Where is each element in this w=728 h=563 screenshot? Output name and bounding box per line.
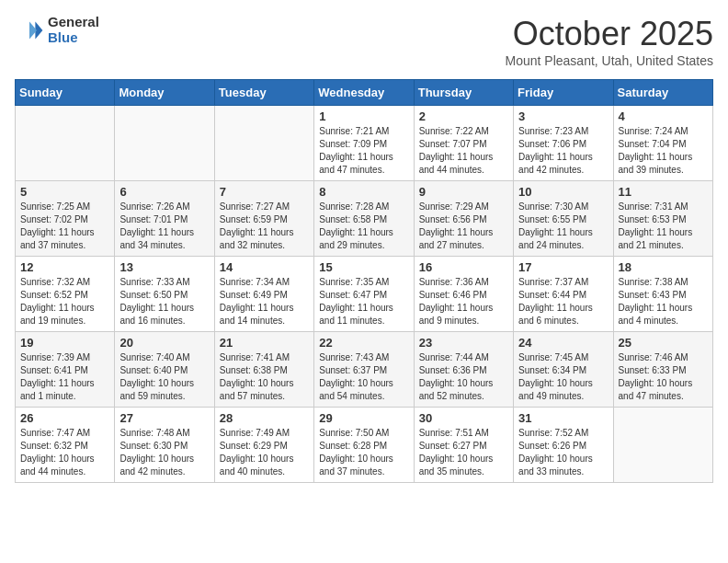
day-info: Sunrise: 7:51 AM Sunset: 6:27 PM Dayligh… xyxy=(419,427,508,478)
day-number: 27 xyxy=(119,411,209,425)
day-number: 15 xyxy=(319,260,408,274)
day-number: 20 xyxy=(119,336,209,350)
day-number: 31 xyxy=(518,411,608,425)
day-info: Sunrise: 7:35 AM Sunset: 6:47 PM Dayligh… xyxy=(319,276,408,327)
day-number: 24 xyxy=(518,336,608,350)
calendar-cell: 6Sunrise: 7:26 AM Sunset: 7:01 PM Daylig… xyxy=(115,181,214,257)
day-number: 10 xyxy=(518,185,608,199)
location: Mount Pleasant, Utah, United States xyxy=(506,53,713,68)
calendar-cell: 29Sunrise: 7:50 AM Sunset: 6:28 PM Dayli… xyxy=(314,408,414,483)
title-block: October 2025 Mount Pleasant, Utah, Unite… xyxy=(506,15,713,68)
day-info: Sunrise: 7:33 AM Sunset: 6:50 PM Dayligh… xyxy=(119,276,209,327)
logo-text: General Blue xyxy=(48,15,99,45)
day-info: Sunrise: 7:47 AM Sunset: 6:32 PM Dayligh… xyxy=(20,427,109,478)
day-info: Sunrise: 7:48 AM Sunset: 6:30 PM Dayligh… xyxy=(119,427,209,478)
day-number: 18 xyxy=(619,260,708,274)
calendar-cell: 31Sunrise: 7:52 AM Sunset: 6:26 PM Dayli… xyxy=(514,408,613,483)
day-number: 9 xyxy=(419,185,508,199)
calendar-week-2: 5Sunrise: 7:25 AM Sunset: 7:02 PM Daylig… xyxy=(16,181,713,257)
day-info: Sunrise: 7:45 AM Sunset: 6:34 PM Dayligh… xyxy=(518,351,608,403)
calendar-week-3: 12Sunrise: 7:32 AM Sunset: 6:52 PM Dayli… xyxy=(16,257,713,332)
calendar-cell: 7Sunrise: 7:27 AM Sunset: 6:59 PM Daylig… xyxy=(214,181,313,257)
day-number: 12 xyxy=(20,260,109,274)
weekday-header-sunday: Sunday xyxy=(16,80,115,106)
calendar-cell: 10Sunrise: 7:30 AM Sunset: 6:55 PM Dayli… xyxy=(514,181,613,257)
weekday-header-thursday: Thursday xyxy=(414,80,513,106)
day-number: 7 xyxy=(220,185,309,199)
logo-general: General xyxy=(48,15,99,30)
weekday-header-friday: Friday xyxy=(514,80,613,106)
calendar-cell: 5Sunrise: 7:25 AM Sunset: 7:02 PM Daylig… xyxy=(16,181,115,257)
day-info: Sunrise: 7:24 AM Sunset: 7:04 PM Dayligh… xyxy=(619,125,708,177)
day-info: Sunrise: 7:40 AM Sunset: 6:40 PM Dayligh… xyxy=(119,351,209,403)
calendar-cell: 30Sunrise: 7:51 AM Sunset: 6:27 PM Dayli… xyxy=(414,408,513,483)
calendar-cell: 28Sunrise: 7:49 AM Sunset: 6:29 PM Dayli… xyxy=(214,408,313,483)
calendar-cell: 22Sunrise: 7:43 AM Sunset: 6:37 PM Dayli… xyxy=(314,332,414,408)
calendar-cell: 27Sunrise: 7:48 AM Sunset: 6:30 PM Dayli… xyxy=(115,408,214,483)
calendar-cell: 25Sunrise: 7:46 AM Sunset: 6:33 PM Dayli… xyxy=(613,332,712,408)
calendar-table: SundayMondayTuesdayWednesdayThursdayFrid… xyxy=(15,79,713,483)
day-number: 29 xyxy=(319,411,408,425)
calendar-cell: 9Sunrise: 7:29 AM Sunset: 6:56 PM Daylig… xyxy=(414,181,513,257)
weekday-header-monday: Monday xyxy=(115,80,214,106)
day-number: 14 xyxy=(220,260,309,274)
day-number: 4 xyxy=(619,109,708,123)
logo-icon xyxy=(15,16,44,45)
calendar-cell xyxy=(613,408,712,483)
calendar-cell: 21Sunrise: 7:41 AM Sunset: 6:38 PM Dayli… xyxy=(214,332,313,408)
day-info: Sunrise: 7:29 AM Sunset: 6:56 PM Dayligh… xyxy=(419,201,508,252)
weekday-header-row: SundayMondayTuesdayWednesdayThursdayFrid… xyxy=(16,80,713,106)
calendar-cell: 17Sunrise: 7:37 AM Sunset: 6:44 PM Dayli… xyxy=(514,257,613,332)
calendar-cell: 15Sunrise: 7:35 AM Sunset: 6:47 PM Dayli… xyxy=(314,257,414,332)
calendar-cell: 11Sunrise: 7:31 AM Sunset: 6:53 PM Dayli… xyxy=(613,181,712,257)
calendar-cell: 8Sunrise: 7:28 AM Sunset: 6:58 PM Daylig… xyxy=(314,181,414,257)
day-info: Sunrise: 7:46 AM Sunset: 6:33 PM Dayligh… xyxy=(619,351,708,403)
calendar-cell: 3Sunrise: 7:23 AM Sunset: 7:06 PM Daylig… xyxy=(514,106,613,181)
day-number: 22 xyxy=(319,336,408,350)
day-info: Sunrise: 7:36 AM Sunset: 6:46 PM Dayligh… xyxy=(419,276,508,327)
calendar-cell: 19Sunrise: 7:39 AM Sunset: 6:41 PM Dayli… xyxy=(16,332,115,408)
day-info: Sunrise: 7:27 AM Sunset: 6:59 PM Dayligh… xyxy=(220,201,309,252)
day-info: Sunrise: 7:21 AM Sunset: 7:09 PM Dayligh… xyxy=(319,125,408,177)
calendar-cell: 13Sunrise: 7:33 AM Sunset: 6:50 PM Dayli… xyxy=(115,257,214,332)
calendar-cell xyxy=(214,106,313,181)
day-info: Sunrise: 7:34 AM Sunset: 6:49 PM Dayligh… xyxy=(220,276,309,327)
day-info: Sunrise: 7:25 AM Sunset: 7:02 PM Dayligh… xyxy=(20,201,109,252)
calendar-cell: 4Sunrise: 7:24 AM Sunset: 7:04 PM Daylig… xyxy=(613,106,712,181)
day-number: 23 xyxy=(419,336,508,350)
calendar-cell: 20Sunrise: 7:40 AM Sunset: 6:40 PM Dayli… xyxy=(115,332,214,408)
day-number: 6 xyxy=(119,185,209,199)
calendar-week-4: 19Sunrise: 7:39 AM Sunset: 6:41 PM Dayli… xyxy=(16,332,713,408)
day-number: 26 xyxy=(20,411,109,425)
day-info: Sunrise: 7:31 AM Sunset: 6:53 PM Dayligh… xyxy=(619,201,708,252)
day-info: Sunrise: 7:43 AM Sunset: 6:37 PM Dayligh… xyxy=(319,351,408,403)
day-number: 5 xyxy=(20,185,109,199)
day-number: 25 xyxy=(619,336,708,350)
logo-blue: Blue xyxy=(48,30,99,46)
day-info: Sunrise: 7:52 AM Sunset: 6:26 PM Dayligh… xyxy=(518,427,608,478)
month-title: October 2025 xyxy=(506,15,713,53)
day-number: 28 xyxy=(220,411,309,425)
day-info: Sunrise: 7:32 AM Sunset: 6:52 PM Dayligh… xyxy=(20,276,109,327)
logo: General Blue xyxy=(15,15,99,45)
day-number: 8 xyxy=(319,185,408,199)
day-info: Sunrise: 7:30 AM Sunset: 6:55 PM Dayligh… xyxy=(518,201,608,252)
calendar-cell: 12Sunrise: 7:32 AM Sunset: 6:52 PM Dayli… xyxy=(16,257,115,332)
day-number: 13 xyxy=(119,260,209,274)
day-number: 16 xyxy=(419,260,508,274)
day-info: Sunrise: 7:37 AM Sunset: 6:44 PM Dayligh… xyxy=(518,276,608,327)
calendar-cell: 14Sunrise: 7:34 AM Sunset: 6:49 PM Dayli… xyxy=(214,257,313,332)
calendar-week-5: 26Sunrise: 7:47 AM Sunset: 6:32 PM Dayli… xyxy=(16,408,713,483)
day-info: Sunrise: 7:38 AM Sunset: 6:43 PM Dayligh… xyxy=(619,276,708,327)
calendar-cell: 1Sunrise: 7:21 AM Sunset: 7:09 PM Daylig… xyxy=(314,106,414,181)
day-info: Sunrise: 7:39 AM Sunset: 6:41 PM Dayligh… xyxy=(20,351,109,403)
calendar-cell: 23Sunrise: 7:44 AM Sunset: 6:36 PM Dayli… xyxy=(414,332,513,408)
calendar-cell: 26Sunrise: 7:47 AM Sunset: 6:32 PM Dayli… xyxy=(16,408,115,483)
calendar-week-1: 1Sunrise: 7:21 AM Sunset: 7:09 PM Daylig… xyxy=(16,106,713,181)
day-info: Sunrise: 7:23 AM Sunset: 7:06 PM Dayligh… xyxy=(518,125,608,177)
day-info: Sunrise: 7:22 AM Sunset: 7:07 PM Dayligh… xyxy=(419,125,508,177)
calendar-cell: 18Sunrise: 7:38 AM Sunset: 6:43 PM Dayli… xyxy=(613,257,712,332)
weekday-header-tuesday: Tuesday xyxy=(214,80,313,106)
day-number: 17 xyxy=(518,260,608,274)
day-info: Sunrise: 7:26 AM Sunset: 7:01 PM Dayligh… xyxy=(119,201,209,252)
